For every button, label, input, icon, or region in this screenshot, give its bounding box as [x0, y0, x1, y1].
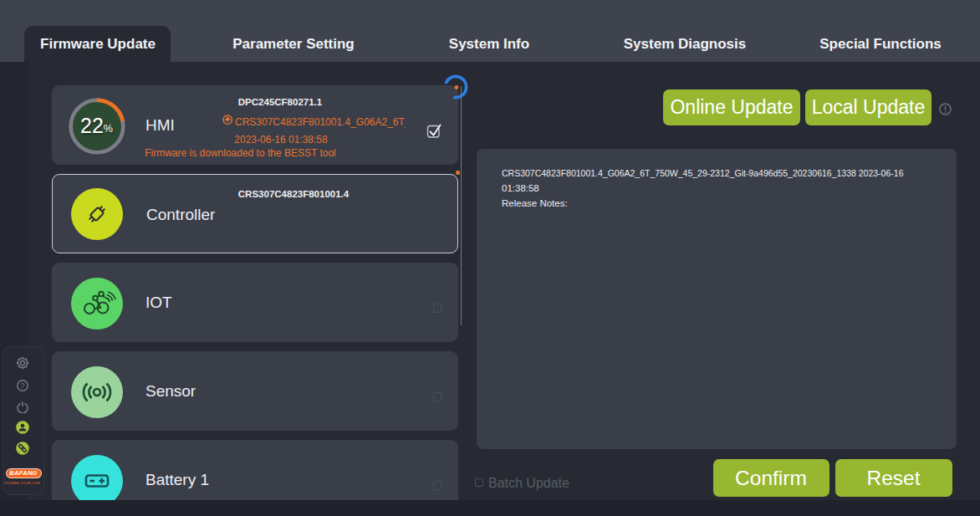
- svg-text:?: ?: [20, 381, 24, 390]
